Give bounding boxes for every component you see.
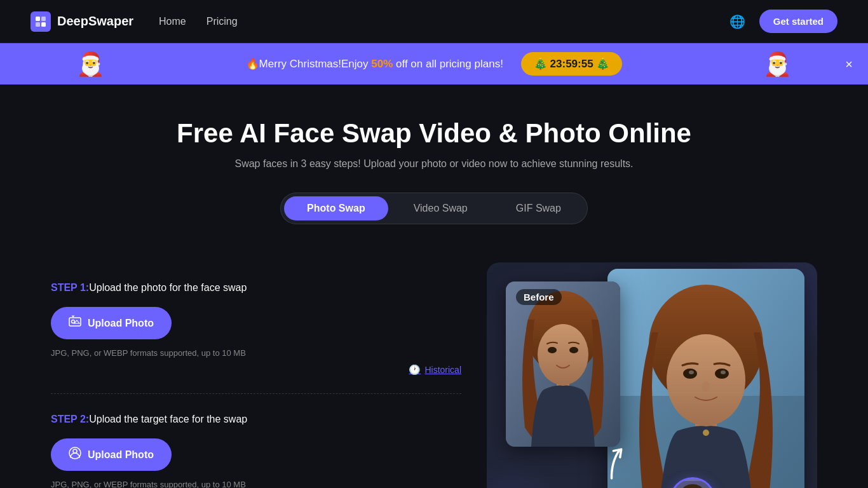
step-2-title: STEP 2:Upload the target face for the sw… bbox=[51, 412, 461, 427]
svg-point-6 bbox=[73, 449, 77, 453]
santa-left-icon: 🎅 bbox=[76, 51, 105, 78]
nav-link-pricing[interactable]: Pricing bbox=[207, 16, 238, 27]
tab-video-swap[interactable]: Video Swap bbox=[391, 196, 491, 220]
upload-photo-icon-1 bbox=[69, 315, 81, 331]
clock-icon: 🕐 bbox=[409, 364, 421, 376]
svg-rect-1 bbox=[41, 17, 46, 21]
tab-video-swap-label: Video Swap bbox=[414, 203, 468, 214]
timer-tree-left: 🎄 bbox=[534, 58, 550, 70]
timer-tree-right: 🎄 bbox=[593, 58, 610, 70]
santa-right: 🎅 bbox=[763, 51, 792, 78]
step-1-section: STEP 1:Upload the photo for the face swa… bbox=[51, 262, 461, 394]
upload-photo-icon-2 bbox=[69, 447, 81, 463]
hero-subtitle: Swap faces in 3 easy steps! Upload your … bbox=[31, 158, 837, 170]
after-photo-svg bbox=[607, 269, 804, 488]
historical-label: Historical bbox=[424, 365, 461, 375]
svg-point-16 bbox=[721, 370, 726, 374]
promo-discount: 50% bbox=[371, 58, 393, 70]
logo-text: DeepSwaper bbox=[57, 14, 133, 29]
svg-point-23 bbox=[548, 347, 557, 353]
svg-point-18 bbox=[703, 430, 709, 436]
svg-point-5 bbox=[72, 320, 75, 323]
promo-close-button[interactable]: × bbox=[845, 58, 853, 71]
navbar-right: 🌐 Get started bbox=[726, 10, 837, 33]
after-photo-card bbox=[607, 269, 804, 488]
navbar-left: DeepSwaper Home Pricing bbox=[31, 11, 238, 32]
globe-icon: 🌐 bbox=[729, 14, 745, 29]
nav-item-pricing[interactable]: Pricing bbox=[207, 16, 238, 27]
step-2-text: Upload the target face for the swap bbox=[89, 414, 247, 424]
tab-photo-swap-label: Photo Swap bbox=[307, 203, 365, 214]
left-panel: STEP 1:Upload the photo for the face swa… bbox=[51, 262, 487, 488]
svg-point-17 bbox=[702, 381, 710, 391]
step-2-upload-button[interactable]: Upload Photo bbox=[51, 438, 172, 471]
svg-point-15 bbox=[689, 370, 694, 374]
promo-prefix: 🔥Merry Christmas!Enjoy bbox=[246, 58, 372, 70]
before-photo-card: Before bbox=[506, 281, 620, 447]
preview-inner: Before bbox=[487, 262, 817, 488]
before-label: Before bbox=[516, 289, 562, 305]
get-started-button[interactable]: Get started bbox=[759, 10, 837, 33]
preview-card: Before bbox=[487, 262, 817, 488]
tabs: Photo Swap Video Swap GIF Swap bbox=[280, 193, 588, 224]
step-1-format-note: JPG, PNG, or WEBP formats supported, up … bbox=[51, 348, 461, 358]
step-2-num: STEP 2: bbox=[51, 414, 89, 424]
navbar: DeepSwaper Home Pricing 🌐 Get started bbox=[0, 0, 868, 43]
before-photo-svg bbox=[506, 281, 620, 447]
promo-suffix: off on all pricing plans! bbox=[393, 58, 503, 70]
step-2-upload-label: Upload Photo bbox=[88, 449, 154, 461]
svg-rect-2 bbox=[36, 22, 40, 27]
step-1-text: Upload the photo for the face swap bbox=[89, 282, 247, 293]
tab-photo-swap[interactable]: Photo Swap bbox=[284, 196, 388, 220]
svg-point-12 bbox=[667, 334, 745, 426]
tabs-container: Photo Swap Video Swap GIF Swap bbox=[31, 193, 837, 224]
tab-gif-swap[interactable]: GIF Swap bbox=[493, 196, 584, 220]
step-1-title: STEP 1:Upload the photo for the face swa… bbox=[51, 280, 461, 295]
step-2-format-note: JPG, PNG, or WEBP formats supported, up … bbox=[51, 480, 461, 488]
step-1-link-row: 🕐 Historical bbox=[51, 364, 461, 376]
step-1-upload-button[interactable]: Upload Photo bbox=[51, 307, 172, 339]
santa-right-icon: 🎅 bbox=[763, 51, 792, 77]
promo-banner: 🎅 🔥Merry Christmas!Enjoy 50% off on all … bbox=[0, 43, 868, 85]
main-content: STEP 1:Upload the photo for the face swa… bbox=[0, 262, 868, 488]
logo-icon bbox=[31, 11, 51, 32]
svg-point-24 bbox=[569, 347, 578, 353]
right-panel: Before bbox=[487, 262, 817, 488]
svg-rect-0 bbox=[36, 17, 40, 21]
nav-link-home[interactable]: Home bbox=[159, 16, 186, 27]
svg-point-22 bbox=[538, 324, 588, 385]
nav-item-home[interactable]: Home bbox=[159, 16, 186, 27]
logo[interactable]: DeepSwaper bbox=[31, 11, 133, 32]
timer-value: 23:59:55 bbox=[550, 58, 593, 70]
step-1-upload-label: Upload Photo bbox=[88, 318, 154, 329]
historical-button[interactable]: 🕐 Historical bbox=[409, 364, 461, 376]
step-2-section: STEP 2:Upload the target face for the sw… bbox=[51, 394, 461, 488]
nav-links: Home Pricing bbox=[159, 16, 238, 27]
tab-gif-swap-label: GIF Swap bbox=[516, 203, 561, 214]
language-button[interactable]: 🌐 bbox=[726, 10, 749, 33]
promo-timer: 🎄 23:59:55 🎄 bbox=[521, 52, 623, 76]
step-1-num: STEP 1: bbox=[51, 282, 89, 293]
santa-left: 🎅 bbox=[76, 51, 105, 78]
promo-text: 🔥Merry Christmas!Enjoy 50% off on all pr… bbox=[246, 57, 503, 71]
hero-title: Free AI Face Swap Video & Photo Online bbox=[31, 118, 837, 149]
svg-rect-3 bbox=[41, 22, 46, 27]
hero-section: Free AI Face Swap Video & Photo Online S… bbox=[0, 85, 868, 262]
